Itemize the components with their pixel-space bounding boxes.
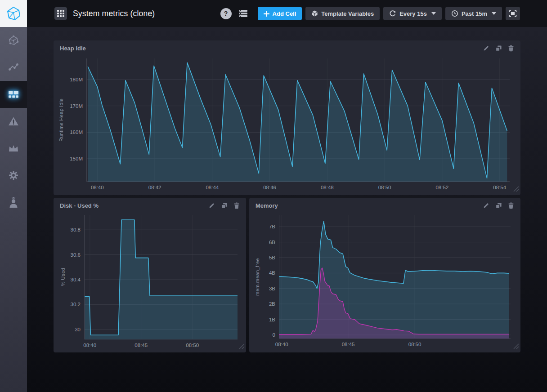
autorefresh-dropdown[interactable]: Every 15s: [383, 7, 442, 20]
cell-disk-used: Disk - Used % % Used 3030.230.430.630.80…: [54, 198, 246, 352]
memory-chart[interactable]: [279, 215, 511, 339]
add-cell-button[interactable]: Add Cell: [258, 7, 302, 20]
x-tick-label: 08:40: [268, 342, 295, 347]
x-tick-label: 08:46: [256, 185, 283, 190]
gear-icon: [8, 170, 19, 181]
graph-line-icon: [8, 62, 19, 73]
sidebar-item-admin[interactable]: [0, 135, 27, 162]
x-tick-label: 08:44: [199, 185, 226, 190]
sidebar-item-data-explorer[interactable]: [0, 54, 27, 81]
cube-icon: [311, 10, 318, 17]
help-icon[interactable]: ?: [220, 8, 232, 19]
y-tick-label: 170M: [54, 103, 83, 109]
chronograf-logo-icon: [6, 6, 21, 21]
x-tick-label: 08:45: [128, 343, 155, 348]
delete-icon[interactable]: [508, 202, 514, 209]
cell-title: Memory: [256, 202, 278, 209]
duplicate-icon[interactable]: [495, 45, 502, 52]
dashboards-icon: [8, 89, 19, 100]
crown-icon: [8, 143, 19, 153]
fullscreen-icon: [509, 10, 517, 17]
y-tick-label: 30: [54, 327, 81, 332]
plus-icon: [264, 11, 269, 17]
y-tick-label: 7B: [249, 224, 275, 229]
dashboard-canvas: Heap Idle Runtime Heap Idle 150M160M170M…: [27, 27, 547, 392]
caret-down-icon: [492, 12, 496, 15]
page-title: System metrics (clone): [73, 9, 155, 18]
template-variables-button[interactable]: Template Variables: [305, 7, 380, 20]
hosts-icon: [8, 35, 19, 46]
edit-icon[interactable]: [483, 45, 489, 51]
y-tick-label: 30.6: [54, 252, 81, 258]
sidebar-item-alerts[interactable]: [0, 108, 27, 135]
cell-memory: Memory mem.mean_free 01B2B3B4B5B6B7B08:4…: [249, 198, 520, 352]
y-tick-label: 0: [249, 332, 275, 338]
x-tick-label: 08:54: [486, 185, 513, 190]
y-tick-label: 30.4: [54, 277, 81, 282]
cell-title: Heap Idle: [60, 45, 86, 52]
x-tick-label: 08:50: [371, 185, 398, 190]
y-tick-label: 4B: [249, 270, 275, 276]
sidebar-item-dashboards[interactable]: [0, 81, 27, 108]
list-icon[interactable]: [239, 9, 248, 18]
y-tick-label: 1B: [249, 317, 275, 322]
resize-handle-icon[interactable]: [513, 343, 519, 351]
y-tick-label: 5B: [249, 255, 275, 260]
x-tick-label: 08:52: [429, 185, 456, 190]
top-navbar: System metrics (clone) ? Add Cell Templa…: [27, 0, 547, 27]
grid-icon: [57, 10, 64, 17]
edit-icon[interactable]: [483, 202, 489, 209]
x-tick-label: 08:48: [314, 185, 341, 190]
delete-icon[interactable]: [233, 202, 240, 209]
cell-title: Disk - Used %: [60, 202, 99, 209]
x-tick-label: 08:50: [179, 343, 206, 348]
user-crown-icon: [9, 196, 18, 208]
y-tick-label: 150M: [54, 156, 83, 161]
duplicate-icon[interactable]: [495, 202, 502, 209]
heap-idle-chart[interactable]: [86, 58, 510, 182]
dashboard-grid-button[interactable]: [54, 7, 67, 20]
time-range-dropdown[interactable]: Past 15m: [445, 7, 502, 20]
fullscreen-button[interactable]: [506, 7, 520, 20]
resize-handle-icon[interactable]: [513, 186, 519, 194]
alert-triangle-icon: [8, 116, 19, 127]
resize-handle-icon[interactable]: [238, 343, 245, 351]
sidebar-item-user[interactable]: [0, 189, 27, 216]
duplicate-icon[interactable]: [221, 202, 228, 209]
x-tick-label: 08:45: [335, 342, 362, 347]
sidebar-item-hosts[interactable]: [0, 27, 27, 54]
y-tick-label: 180M: [54, 77, 83, 82]
edit-icon[interactable]: [209, 202, 215, 209]
caret-down-icon: [431, 12, 436, 15]
y-tick-label: 2B: [249, 301, 275, 307]
x-tick-label: 08:50: [401, 342, 428, 347]
y-tick-label: 30.2: [54, 302, 81, 307]
clock-icon: [451, 10, 458, 17]
cell-heap-idle: Heap Idle Runtime Heap Idle 150M160M170M…: [54, 40, 520, 195]
y-tick-label: 30.8: [54, 227, 81, 232]
sidebar-item-logo[interactable]: [0, 0, 27, 27]
x-tick-label: 08:40: [76, 343, 103, 348]
x-tick-label: 08:42: [141, 185, 168, 190]
y-tick-label: 160M: [54, 129, 83, 135]
disk-used-chart[interactable]: [84, 215, 238, 339]
x-tick-label: 08:40: [84, 185, 111, 190]
sidebar-item-settings[interactable]: [0, 162, 27, 189]
refresh-icon: [389, 10, 396, 17]
delete-icon[interactable]: [508, 45, 514, 52]
y-tick-label: 6B: [249, 240, 275, 245]
y-tick-label: 3B: [249, 286, 275, 291]
sidebar-nav: [0, 27, 27, 392]
